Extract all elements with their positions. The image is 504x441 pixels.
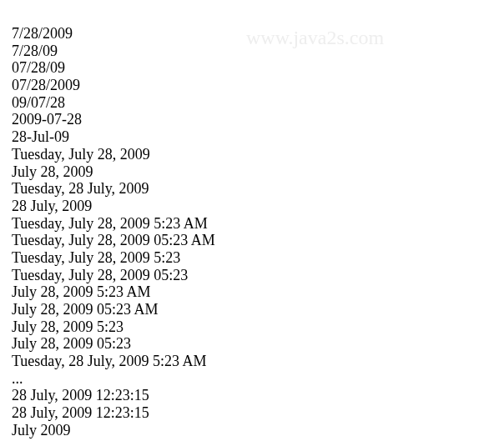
output-line: 7/28/2009: [12, 25, 504, 43]
output-line: Tuesday, July 28, 2009 05:23 AM: [12, 232, 504, 249]
output-line: July 2009: [12, 422, 504, 439]
output-line: July 28, 2009 5:23 AM: [12, 283, 504, 301]
output-line: 7/28/09: [12, 43, 504, 60]
output-line: Tuesday, 28 July, 2009: [12, 180, 504, 198]
output-line: Tuesday, July 28, 2009 5:23: [12, 249, 504, 267]
output-line: July 28, 2009 05:23 AM: [12, 301, 504, 318]
output-line: 28-Jul-09: [12, 128, 504, 146]
output-line: ...: [12, 370, 504, 388]
output-line: 2009-07-28: [12, 111, 504, 128]
output-line: 09/07/28: [12, 94, 504, 112]
output-line: 28 July, 2009 12:23:15: [12, 404, 504, 422]
output-line: July 28, 2009 05:23: [12, 335, 504, 353]
output-line: 28 July, 2009 12:23:15: [12, 387, 504, 404]
output-line: Tuesday, July 28, 2009 05:23: [12, 267, 504, 284]
output-line: Tuesday, July 28, 2009: [12, 146, 504, 163]
output-line: 28 July, 2009: [12, 198, 504, 215]
output-line: July 28, 2009 5:23: [12, 318, 504, 336]
output-line: 07/28/09: [12, 59, 504, 77]
output-line: Tuesday, 28 July, 2009 5:23 AM: [12, 353, 504, 370]
output-line: Tuesday, July 28, 2009 5:23 AM: [12, 215, 504, 233]
output-line: 07/28/2009: [12, 77, 504, 94]
output-line: July 28, 2009: [12, 163, 504, 181]
date-format-output: 7/28/2009 7/28/09 07/28/09 07/28/2009 09…: [0, 0, 504, 441]
